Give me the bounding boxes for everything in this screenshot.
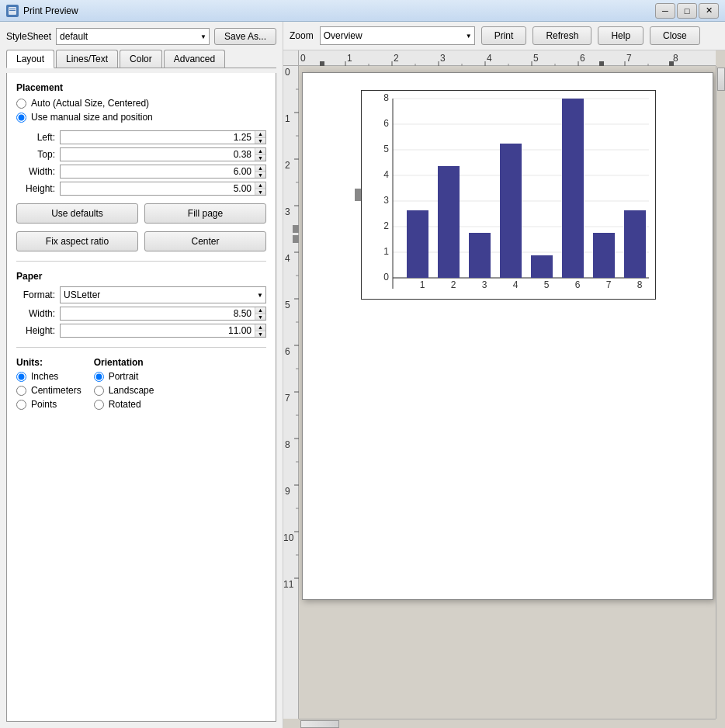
preview-area[interactable]: 0 1 2 3 4 5 6 7 8 <box>283 50 725 728</box>
left-label: Left: <box>16 132 55 143</box>
portrait-radio[interactable] <box>94 372 104 382</box>
svg-text:7: 7 <box>626 53 632 64</box>
fix-aspect-ratio-button[interactable]: Fix aspect ratio <box>16 231 138 251</box>
width-input[interactable] <box>61 165 255 178</box>
tab-advanced[interactable]: Advanced <box>164 50 225 68</box>
svg-rect-94 <box>407 210 428 278</box>
svg-text:7: 7 <box>605 279 611 290</box>
height-spin-up[interactable]: ▲ <box>255 182 265 189</box>
zoom-select-wrapper: Overview Fit Width Fit Page 50% 75% 100%… <box>320 26 475 45</box>
paper-height-spin-up[interactable]: ▲ <box>255 324 265 331</box>
svg-text:2: 2 <box>383 220 389 231</box>
left-input-wrapper: ▲ ▼ <box>60 130 266 144</box>
fill-page-button[interactable]: Fill page <box>144 203 266 224</box>
stylesheet-select[interactable]: default <box>56 28 210 45</box>
top-spin-down[interactable]: ▼ <box>255 155 265 161</box>
format-select-wrapper: USLetter A4 A3 Legal <box>60 286 266 303</box>
landscape-option[interactable]: Landscape <box>94 385 154 396</box>
use-defaults-button[interactable]: Use defaults <box>16 203 138 224</box>
svg-rect-101 <box>624 210 646 278</box>
refresh-button[interactable]: Refresh <box>532 26 591 45</box>
rotated-radio[interactable] <box>94 400 104 410</box>
tab-lines-text[interactable]: Lines/Text <box>56 50 118 68</box>
auto-placement-option[interactable]: Auto (Actual Size, Centered) <box>16 98 266 109</box>
minimize-button[interactable]: ─ <box>655 3 675 19</box>
maximize-button[interactable]: □ <box>677 3 697 19</box>
svg-text:1: 1 <box>383 246 389 257</box>
paper-height-label: Height: <box>16 325 55 336</box>
manual-radio[interactable] <box>16 113 26 123</box>
left-spin-up[interactable]: ▲ <box>255 131 265 138</box>
help-button[interactable]: Help <box>598 26 643 45</box>
svg-rect-30 <box>669 61 674 66</box>
zoom-select[interactable]: Overview Fit Width Fit Page 50% 75% 100%… <box>320 26 475 45</box>
svg-text:6: 6 <box>383 118 389 129</box>
auto-radio[interactable] <box>16 99 26 109</box>
tab-layout[interactable]: Layout <box>6 50 54 68</box>
chart-container[interactable]: 0 1 2 3 4 5 6 8 1 2 <box>361 90 656 300</box>
stylesheet-select-wrapper: default <box>56 28 210 45</box>
stylesheet-label: StyleSheet <box>6 31 51 42</box>
print-button[interactable]: Print <box>481 26 527 45</box>
format-select[interactable]: USLetter A4 A3 Legal <box>60 286 266 303</box>
svg-rect-66 <box>293 235 299 243</box>
svg-text:2: 2 <box>450 279 456 290</box>
close-button[interactable]: ✕ <box>699 3 719 19</box>
scrollbar-vertical[interactable] <box>716 66 725 719</box>
scrollbar-horizontal[interactable] <box>299 719 716 728</box>
placement-buttons-row2: Fix aspect ratio Center <box>16 231 266 251</box>
scrollbar-corner <box>716 719 725 728</box>
paper-width-spin-up[interactable]: ▲ <box>255 307 265 314</box>
width-input-wrapper: ▲ ▼ <box>60 165 266 179</box>
tab-color[interactable]: Color <box>120 50 162 68</box>
height-input[interactable] <box>61 182 255 195</box>
svg-text:6: 6 <box>580 53 585 64</box>
svg-rect-28 <box>320 61 324 66</box>
ruler-corner <box>283 50 299 66</box>
toolbar: Zoom Overview Fit Width Fit Page 50% 75%… <box>283 22 725 50</box>
points-radio[interactable] <box>16 400 26 410</box>
close-button-toolbar[interactable]: Close <box>650 26 700 45</box>
main-container: StyleSheet default Save As... Layout Lin… <box>0 22 725 728</box>
paper-height-input[interactable] <box>61 324 255 337</box>
page-scroll-area[interactable]: 0 1 2 3 4 5 6 8 1 2 <box>299 66 716 719</box>
points-option[interactable]: Points <box>16 399 82 410</box>
top-spin: ▲ ▼ <box>255 148 265 161</box>
paper-width-spin-down[interactable]: ▼ <box>255 314 265 321</box>
left-spin-down[interactable]: ▼ <box>255 138 265 144</box>
top-spin-up[interactable]: ▲ <box>255 148 265 155</box>
paper-width-label: Width: <box>16 308 55 319</box>
manual-placement-option[interactable]: Use manual size and position <box>16 112 266 123</box>
paper-width-input[interactable] <box>61 307 255 320</box>
orientation-col: Orientation Portrait Landscape Rotated <box>94 357 154 410</box>
save-as-button[interactable]: Save As... <box>214 28 276 45</box>
window-title: Print Preview <box>23 5 650 16</box>
app-icon <box>6 5 19 17</box>
scrollbar-thumb-h[interactable] <box>300 720 339 728</box>
paper-height-spin-down[interactable]: ▼ <box>255 331 265 338</box>
inches-radio[interactable] <box>16 372 26 382</box>
centimeters-radio[interactable] <box>16 386 26 396</box>
portrait-option[interactable]: Portrait <box>94 371 154 382</box>
width-spin-down[interactable]: ▼ <box>255 172 265 179</box>
height-spin-down[interactable]: ▼ <box>255 189 265 196</box>
svg-text:5: 5 <box>543 279 549 290</box>
left-input[interactable] <box>61 131 255 144</box>
svg-text:8: 8 <box>285 439 290 450</box>
svg-text:4: 4 <box>512 279 518 290</box>
center-button[interactable]: Center <box>144 231 266 251</box>
landscape-radio[interactable] <box>94 386 104 396</box>
paper-height-wrapper: ▲ ▼ <box>60 324 266 338</box>
scrollbar-thumb-v[interactable] <box>717 68 725 91</box>
zoom-label: Zoom <box>290 30 314 41</box>
placement-fields: Left: ▲ ▼ Top: ▲ ▼ <box>16 130 266 196</box>
chart-drag-left[interactable] <box>355 189 361 201</box>
rotated-option[interactable]: Rotated <box>94 399 154 410</box>
top-input[interactable] <box>61 148 255 161</box>
width-spin-up[interactable]: ▲ <box>255 165 265 172</box>
tabs: Layout Lines/Text Color Advanced <box>6 50 276 68</box>
centimeters-option[interactable]: Centimeters <box>16 385 82 396</box>
svg-text:0: 0 <box>383 272 389 283</box>
stylesheet-row: StyleSheet default Save As... <box>6 28 276 45</box>
inches-option[interactable]: Inches <box>16 371 82 382</box>
